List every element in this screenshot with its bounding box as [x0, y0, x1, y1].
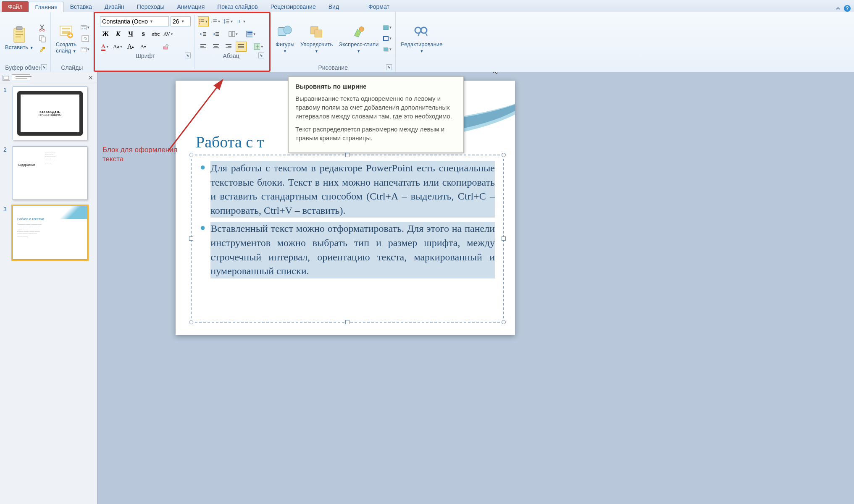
- cut-button[interactable]: [38, 24, 47, 32]
- section-button[interactable]: ▼: [81, 45, 90, 54]
- svg-rect-36: [203, 32, 206, 33]
- svg-rect-46: [247, 34, 252, 34]
- clear-formatting-button[interactable]: [160, 42, 171, 52]
- clipboard-launcher[interactable]: ⬊: [41, 64, 47, 70]
- slide-canvas[interactable]: Блок для оформления текста Работа с т ●: [97, 72, 854, 504]
- tab-review[interactable]: Рецензирование: [264, 1, 322, 12]
- bullets-button[interactable]: ▼: [198, 16, 209, 26]
- numbering-button[interactable]: 12▼: [210, 16, 221, 26]
- bullet-1[interactable]: ● Для работы с текстом в редакторе Power…: [200, 161, 495, 218]
- font-color-button[interactable]: А▼: [100, 42, 111, 52]
- svg-point-61: [284, 26, 292, 34]
- handle-br[interactable]: [502, 320, 506, 324]
- panel-close-button[interactable]: ✕: [87, 74, 95, 81]
- align-right-button[interactable]: [223, 42, 234, 52]
- increase-indent-button[interactable]: [210, 29, 221, 39]
- shape-outline-button[interactable]: ▼: [383, 34, 392, 43]
- handle-tm[interactable]: [345, 153, 349, 157]
- drawing-launcher[interactable]: ⬊: [386, 64, 392, 70]
- char-spacing-button[interactable]: AV▼: [163, 29, 174, 39]
- shape-fill-button[interactable]: ▼: [383, 24, 392, 32]
- quick-styles-button[interactable]: Экспресс-стили▼: [337, 23, 380, 55]
- bullet-icon: ●: [200, 161, 205, 218]
- handle-bl[interactable]: [189, 320, 193, 324]
- svg-rect-49: [200, 47, 206, 48]
- paragraph-launcher[interactable]: ⬊: [258, 52, 264, 58]
- arrange-button[interactable]: Упорядочить▼: [299, 23, 334, 55]
- svg-rect-48: [200, 46, 204, 47]
- reset-button[interactable]: [81, 34, 90, 43]
- minimize-ribbon-icon[interactable]: [835, 5, 841, 12]
- bullet-2[interactable]: ● Вставленный текст можно отформатироват…: [200, 222, 495, 278]
- editing-button[interactable]: Редактирование▼: [399, 23, 444, 55]
- group-drawing: Фигуры▼ Упорядочить▼ Экспресс-стили▼ ▼ ▼…: [271, 12, 396, 72]
- svg-rect-51: [214, 46, 218, 47]
- svg-rect-32: [226, 19, 229, 20]
- help-icon[interactable]: ?: [844, 5, 851, 12]
- handle-ml[interactable]: [189, 236, 193, 241]
- align-text-button[interactable]: ▼: [246, 29, 257, 39]
- layout-button[interactable]: ▼: [81, 24, 90, 32]
- svg-rect-39: [215, 32, 219, 33]
- italic-button[interactable]: К: [113, 29, 124, 39]
- justify-button[interactable]: [236, 42, 247, 52]
- change-case-button[interactable]: Аа▼: [113, 42, 124, 52]
- copy-button[interactable]: [38, 34, 47, 43]
- format-painter-button[interactable]: [38, 45, 47, 54]
- tab-view[interactable]: Вид: [322, 1, 345, 12]
- slide-title[interactable]: Работа с т: [196, 133, 264, 151]
- svg-rect-37: [203, 34, 206, 34]
- svg-rect-65: [384, 26, 389, 30]
- shrink-font-button[interactable]: А▾: [138, 42, 149, 52]
- tab-file[interactable]: Файл: [2, 1, 29, 12]
- tab-insert[interactable]: Вставка: [64, 1, 98, 12]
- line-spacing-button[interactable]: ▼: [223, 16, 234, 26]
- thumbnail-3[interactable]: 3 Работа с текстом• ———— ——— ———— ————— …: [3, 206, 94, 260]
- text-direction-button[interactable]: ||Ⅱ▼: [236, 16, 247, 26]
- grow-font-button[interactable]: А▴: [125, 42, 136, 52]
- handle-bm[interactable]: [345, 320, 349, 324]
- svg-rect-16: [81, 28, 83, 29]
- bold-button[interactable]: Ж: [100, 29, 111, 39]
- columns-button[interactable]: ▼: [228, 29, 239, 39]
- tab-animation[interactable]: Анимация: [171, 1, 211, 12]
- group-editing: Редактирование▼: [396, 12, 447, 72]
- find-icon: [413, 24, 430, 40]
- shadow-button[interactable]: S: [138, 29, 149, 39]
- paste-button[interactable]: Вставить ▼: [3, 26, 35, 51]
- slides-tab[interactable]: [3, 75, 10, 81]
- thumbnail-1[interactable]: 1 КАК СОЗДАТЬПРЕЗЕНТАЦИЮ: [3, 87, 94, 140]
- tab-design[interactable]: Дизайн: [98, 1, 131, 12]
- smartart-button[interactable]: ▼: [253, 42, 264, 52]
- svg-rect-11: [62, 28, 70, 29]
- font-label: Шрифт: [136, 52, 155, 59]
- align-left-button[interactable]: [198, 42, 209, 52]
- new-slide-button[interactable]: Создатьслайд ▼: [54, 23, 78, 55]
- tab-format[interactable]: Формат: [362, 1, 396, 12]
- svg-rect-52: [213, 47, 219, 48]
- handle-tl[interactable]: [189, 153, 193, 157]
- decrease-indent-button[interactable]: [198, 29, 209, 39]
- tab-slideshow[interactable]: Показ слайдов: [211, 1, 264, 12]
- svg-rect-58: [238, 47, 244, 48]
- new-slide-label-2: слайд: [56, 47, 71, 54]
- clipboard-icon: [11, 26, 28, 43]
- handle-tr[interactable]: [502, 153, 506, 157]
- shape-effects-button[interactable]: ▼: [383, 45, 392, 54]
- strikethrough-button[interactable]: abc: [150, 29, 161, 39]
- thumbnail-2[interactable]: 2 Содержание— — — — —— — — —— — — — —— —…: [3, 146, 94, 200]
- font-name-combo[interactable]: Constantia (Осно▼: [100, 16, 169, 26]
- handle-mr[interactable]: [502, 236, 506, 241]
- content-textbox[interactable]: ● Для работы с текстом в редакторе Power…: [191, 155, 504, 323]
- font-size-combo[interactable]: 26▼: [171, 16, 191, 26]
- svg-point-25: [199, 21, 200, 23]
- svg-rect-3: [16, 34, 23, 35]
- font-launcher[interactable]: ⬊: [185, 52, 191, 58]
- tab-transitions[interactable]: Переходы: [131, 1, 171, 12]
- tab-home[interactable]: Главная: [29, 2, 63, 12]
- align-center-button[interactable]: [210, 42, 221, 52]
- underline-button[interactable]: Ч: [125, 29, 136, 39]
- outline-tab[interactable]: [12, 74, 30, 81]
- bullet-icon: ●: [200, 222, 205, 278]
- shapes-button[interactable]: Фигуры▼: [274, 23, 296, 55]
